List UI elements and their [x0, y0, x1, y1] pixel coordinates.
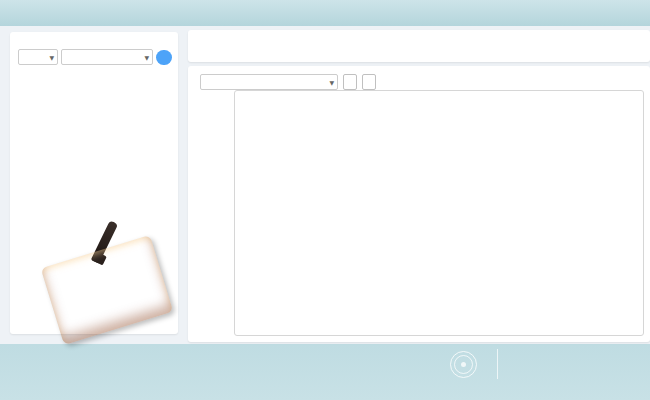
query-button[interactable]	[156, 50, 172, 65]
chevron-down-icon: ▼	[49, 54, 54, 61]
sensor-device-photo	[42, 234, 184, 338]
content-panel: ▼	[188, 66, 650, 342]
sidebar-controls: ▼ ▼	[10, 49, 178, 73]
device-logo-row	[60, 282, 81, 301]
next-week-button[interactable]	[362, 74, 376, 90]
device-list-header	[10, 73, 178, 82]
chevron-down-icon: ▼	[144, 54, 149, 61]
prev-week-button[interactable]	[343, 74, 357, 90]
tabs-bar	[188, 30, 650, 62]
watermark	[450, 349, 508, 379]
device-logo-icon	[60, 283, 77, 300]
analysis-chart	[235, 91, 643, 335]
bottom-banner	[0, 344, 650, 400]
chevron-down-icon: ▼	[329, 79, 334, 86]
analysis-figure	[234, 90, 644, 336]
venue-select[interactable]: ▼	[61, 49, 153, 65]
sidebar-title	[10, 41, 178, 49]
device-body	[41, 235, 173, 345]
app-window: ▼ ▼ ▼	[0, 0, 650, 400]
tsinghua-logo-icon	[450, 351, 477, 378]
data-file-select[interactable]: ▼	[200, 74, 338, 90]
watermark-divider	[497, 349, 498, 379]
chart-controls: ▼	[200, 74, 376, 90]
top-banner	[0, 0, 650, 26]
region-select[interactable]: ▼	[18, 49, 58, 65]
